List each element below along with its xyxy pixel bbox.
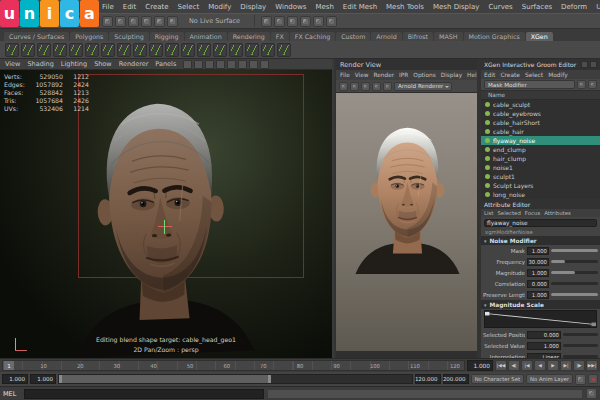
- attribute-editor-tab[interactable]: List: [484, 210, 493, 216]
- current-frame-indicator[interactable]: 1: [4, 361, 14, 370]
- snap-to-point-icon[interactable]: [154, 16, 165, 27]
- snap-to-grid-icon[interactable]: [128, 16, 139, 27]
- current-time-field[interactable]: 1.000: [467, 360, 493, 371]
- timeline-track[interactable]: 1102030405060708090100110120 1: [2, 360, 465, 371]
- tree-row[interactable]: long_noise: [481, 190, 600, 199]
- step-back-key-button[interactable]: |◀: [521, 360, 533, 371]
- delete-modifier-icon[interactable]: [588, 80, 597, 89]
- menu-item[interactable]: Modify: [208, 3, 231, 11]
- character-set-dropdown[interactable]: No Character Set: [471, 374, 524, 384]
- menu-item[interactable]: Mesh Display: [433, 3, 479, 11]
- redo-render-icon[interactable]: [339, 82, 348, 91]
- playback-end-field[interactable]: 120.000: [415, 374, 441, 384]
- shelf-tab[interactable]: Arnold: [371, 32, 401, 41]
- render-view-menu-item[interactable]: Render: [373, 72, 394, 78]
- lights-icon[interactable]: [260, 60, 269, 69]
- paint-effects-icon[interactable]: [300, 16, 311, 27]
- viewport-menu-item[interactable]: Show: [94, 60, 112, 68]
- groom-cache-icon[interactable]: [277, 43, 291, 57]
- panel-float-icon[interactable]: [581, 61, 588, 68]
- camera-icon[interactable]: [183, 60, 192, 69]
- menu-item[interactable]: File: [102, 3, 114, 11]
- render-view-menu-item[interactable]: IPR: [399, 72, 408, 78]
- render-result-image[interactable]: [336, 93, 477, 351]
- attribute-slider[interactable]: [551, 271, 598, 274]
- viewport-canvas[interactable]: Verts:5290501212 Edges:10578922424 Faces…: [0, 70, 332, 358]
- step-forward-key-button[interactable]: ▶|: [560, 360, 572, 371]
- ipr-icon[interactable]: [350, 82, 359, 91]
- render-view-menu-item[interactable]: File: [340, 72, 350, 78]
- tree-row[interactable]: hair_clump: [481, 154, 600, 163]
- attribute-editor-tab[interactable]: Attributes: [544, 210, 571, 216]
- groom-menu-item[interactable]: Edit: [484, 72, 495, 78]
- tree-row[interactable]: flyaway_noise: [481, 136, 600, 145]
- anim-layer-dropdown[interactable]: No Anim Layer: [526, 374, 573, 384]
- groom-grab-icon[interactable]: [197, 43, 211, 57]
- shaded-icon[interactable]: [238, 60, 247, 69]
- shelf-tab[interactable]: Custom: [336, 32, 370, 41]
- viewport-menu-item[interactable]: Panels: [155, 60, 176, 68]
- command-language-label[interactable]: MEL: [3, 390, 21, 398]
- attribute-slider[interactable]: [551, 260, 598, 263]
- viewport-menu-item[interactable]: Renderer: [119, 60, 149, 68]
- undo-icon[interactable]: [102, 16, 113, 27]
- tree-row[interactable]: end_clump: [481, 145, 600, 154]
- play-backwards-button[interactable]: ◀: [534, 360, 546, 371]
- render-current-frame-icon[interactable]: [261, 16, 272, 27]
- menu-item[interactable]: Surfaces: [522, 3, 552, 11]
- menu-item[interactable]: Deform: [561, 3, 587, 11]
- animation-end-field[interactable]: 200.000: [443, 374, 469, 384]
- shelf-tab[interactable]: XGen: [526, 32, 553, 41]
- step-forward-frame-button[interactable]: |▶: [573, 360, 585, 371]
- groom-noise-icon[interactable]: [101, 43, 115, 57]
- node-name-field[interactable]: flyaway_noise: [484, 219, 597, 227]
- shelf-tab[interactable]: Rendering: [228, 32, 270, 41]
- resolution-gate-icon[interactable]: [205, 60, 214, 69]
- menu-item[interactable]: Create: [145, 3, 168, 11]
- renderer-dropdown[interactable]: Arnold Renderer: [394, 82, 452, 91]
- menu-item[interactable]: Windows: [275, 3, 306, 11]
- tree-row[interactable]: sculpt1: [481, 172, 600, 181]
- auto-keyframe-icon[interactable]: [588, 374, 598, 384]
- snap-to-plane-icon[interactable]: [167, 16, 178, 27]
- groom-place-icon[interactable]: [181, 43, 195, 57]
- groom-menu-item[interactable]: Select: [525, 72, 543, 78]
- render-view-menu-item[interactable]: Options: [413, 72, 435, 78]
- outliner-toggle-icon[interactable]: [313, 16, 324, 27]
- playback-range-bar[interactable]: [58, 374, 413, 384]
- mask-modifier-dropdown[interactable]: Mask Modifier: [484, 80, 575, 89]
- menu-item[interactable]: Mesh: [315, 3, 333, 11]
- render-view-menu-item[interactable]: View: [355, 72, 369, 78]
- ramp-field-slider[interactable]: [563, 344, 598, 347]
- attribute-editor-tab[interactable]: Selected: [497, 210, 520, 216]
- render-view-menu-item[interactable]: Display: [441, 72, 462, 78]
- attribute-value-field[interactable]: 1.000: [527, 291, 549, 299]
- menu-item[interactable]: Edit Mesh: [343, 3, 377, 11]
- tree-row[interactable]: noise1: [481, 163, 600, 172]
- step-back-frame-button[interactable]: ◀|: [508, 360, 520, 371]
- ramp-field-value[interactable]: 0.000: [527, 331, 561, 339]
- magnitude-scale-section-header[interactable]: Magnitude Scale: [481, 300, 600, 309]
- play-forwards-button[interactable]: ▶: [547, 360, 559, 371]
- tree-row[interactable]: Sculpt Layers: [481, 181, 600, 190]
- shelf-tab[interactable]: Motion Graphics: [464, 32, 525, 41]
- ipr-render-icon[interactable]: [274, 16, 285, 27]
- shelf-tab[interactable]: Polygons: [70, 32, 108, 41]
- transform-manipulator[interactable]: [158, 220, 172, 234]
- menu-item[interactable]: Curves: [488, 3, 512, 11]
- shelf-tab[interactable]: Animation: [185, 32, 227, 41]
- ramp-field-value[interactable]: 1.000: [527, 342, 561, 350]
- attribute-slider[interactable]: [551, 249, 598, 252]
- shelf-tab[interactable]: Sculpting: [109, 32, 148, 41]
- attribute-editor-tab[interactable]: Focus: [525, 210, 540, 216]
- viewport-menu-item[interactable]: View: [5, 60, 20, 68]
- tree-row[interactable]: cable_hairShort: [481, 118, 600, 127]
- grid-icon[interactable]: [216, 60, 225, 69]
- attribute-slider[interactable]: [551, 282, 598, 285]
- groom-convert-icon[interactable]: [261, 43, 275, 57]
- groom-menu-item[interactable]: Modify: [548, 72, 568, 78]
- groom-part-icon[interactable]: [117, 43, 131, 57]
- alpha-channel-icon[interactable]: [383, 82, 392, 91]
- tree-row[interactable]: cable_sculpt: [481, 100, 600, 109]
- tree-row[interactable]: cable_hair: [481, 127, 600, 136]
